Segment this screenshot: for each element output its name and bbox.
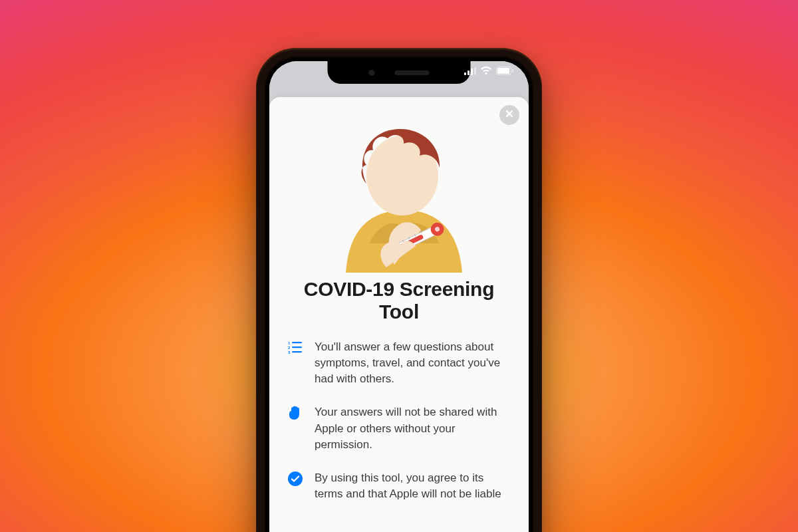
svg-text:3: 3 (288, 350, 291, 354)
phone-bezel: COVID-19 Screening Tool 123 You'll answe… (264, 56, 534, 532)
svg-rect-17 (292, 342, 302, 343)
checkmark-circle-icon (288, 471, 303, 502)
svg-rect-2 (471, 68, 473, 75)
close-icon (505, 109, 514, 121)
svg-rect-0 (464, 72, 466, 75)
bullet-text: Your answers will not be shared with App… (315, 404, 511, 452)
bullet-row: 123 You'll answer a few questions about … (287, 339, 511, 387)
svg-rect-1 (467, 70, 469, 75)
phone-screen: COVID-19 Screening Tool 123 You'll answe… (269, 61, 529, 532)
phone-notch (328, 61, 471, 84)
phone-frame: COVID-19 Screening Tool 123 You'll answe… (256, 48, 542, 532)
svg-rect-3 (474, 67, 476, 75)
hand-icon (289, 406, 302, 452)
svg-rect-19 (292, 346, 302, 348)
signal-icon (464, 67, 476, 75)
close-button[interactable] (499, 105, 519, 125)
svg-rect-21 (292, 351, 302, 352)
illustration-sick-person (287, 120, 511, 273)
svg-rect-6 (512, 69, 513, 72)
svg-text:1: 1 (288, 341, 291, 345)
numbered-list-icon: 123 (288, 340, 303, 387)
modal-sheet: COVID-19 Screening Tool 123 You'll answe… (269, 97, 529, 532)
screening-title: COVID-19 Screening Tool (287, 278, 511, 323)
svg-text:2: 2 (288, 346, 291, 350)
bullet-row: Your answers will not be shared with App… (287, 404, 511, 452)
wifi-icon (480, 66, 492, 75)
svg-rect-5 (497, 68, 509, 74)
battery-icon (496, 66, 514, 75)
bullet-text: You'll answer a few questions about symp… (315, 339, 511, 387)
bullet-text: By using this tool, you agree to its ter… (315, 470, 511, 502)
status-bar (464, 66, 514, 75)
bullet-row: By using this tool, you agree to its ter… (287, 470, 511, 502)
